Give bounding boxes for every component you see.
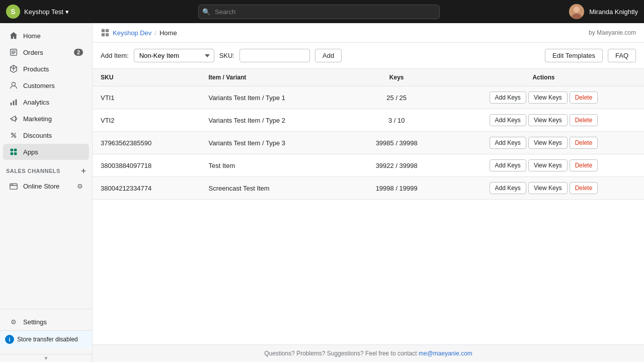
store-transfer-notice: i Store transfer disabled	[0, 330, 92, 348]
products-icon	[9, 64, 18, 73]
online-store-settings-icon[interactable]: ⚙	[77, 183, 83, 190]
breadcrumb-store-link[interactable]: Keyshop Dev	[113, 29, 151, 37]
delete-button[interactable]: Delete	[570, 182, 598, 194]
table-row: 38004212334774 Screencast Test Item 1999…	[93, 177, 644, 200]
cell-actions: Add Keys View Keys Delete	[443, 177, 644, 200]
cell-actions: Add Keys View Keys Delete	[443, 86, 644, 109]
sidebar-analytics-label: Analytics	[23, 99, 83, 106]
search-icon: 🔍	[202, 8, 210, 16]
col-header-actions: Actions	[443, 69, 644, 86]
cell-sku: 37963562385590	[93, 132, 201, 154]
customers-icon	[9, 81, 18, 90]
cell-item: Variants Test Item / Type 2	[201, 109, 350, 132]
delete-button[interactable]: Delete	[570, 92, 598, 104]
svg-rect-6	[13, 101, 15, 105]
cell-keys: 3 / 10	[350, 109, 443, 132]
col-header-item: Item / Variant	[201, 69, 350, 86]
shopify-logo: S	[6, 5, 20, 19]
cell-item: Screencast Test Item	[201, 177, 350, 200]
table-row: 37963562385590 Variants Test Item / Type…	[93, 132, 644, 154]
svg-point-15	[11, 184, 12, 185]
sidebar-orders-label: Orders	[23, 49, 69, 56]
online-store-left: Online Store	[9, 182, 59, 191]
svg-rect-10	[11, 149, 13, 151]
table-row: 38003884097718 Test Item 39922 / 39998 A…	[93, 154, 644, 177]
orders-badge: 2	[74, 49, 83, 56]
sidebar-item-home[interactable]: Home	[3, 28, 89, 44]
footer-email-link[interactable]: me@maeyanie.com	[419, 350, 472, 357]
cell-keys: 19998 / 19999	[350, 177, 443, 200]
user-avatar	[569, 4, 584, 19]
store-name-label: Keyshop Test	[24, 8, 63, 16]
analytics-icon	[9, 98, 18, 107]
edit-templates-button[interactable]: Edit Templates	[545, 49, 603, 62]
add-keys-button[interactable]: Add Keys	[490, 137, 526, 149]
view-keys-button[interactable]: View Keys	[528, 114, 568, 126]
sidebar-home-label: Home	[23, 32, 83, 40]
sidebar-item-discounts[interactable]: Discounts	[3, 127, 89, 143]
svg-rect-11	[14, 149, 17, 151]
sidebar-discounts-label: Discounts	[23, 132, 83, 139]
store-name-chevron-icon: ▾	[65, 8, 69, 16]
item-type-select[interactable]: Non-Key Item	[134, 49, 214, 62]
sidebar-item-customers[interactable]: Customers	[3, 77, 89, 94]
content-area: Keyshop Dev / Home by Maeyanie.com Add I…	[93, 23, 644, 362]
breadcrumb: Keyshop Dev / Home	[101, 28, 177, 37]
add-keys-button[interactable]: Add Keys	[490, 114, 526, 126]
table-row: VTI1 Variants Test Item / Type 1 25 / 25…	[93, 86, 644, 109]
delete-button[interactable]: Delete	[570, 159, 598, 171]
view-keys-button[interactable]: View Keys	[528, 159, 568, 171]
sales-channels-add-icon[interactable]: +	[81, 166, 86, 175]
sidebar-bottom: ⚙ Settings i Store transfer disabled	[0, 309, 92, 354]
svg-point-4	[12, 82, 15, 86]
user-name-label: Miranda Knightly	[589, 8, 638, 16]
sidebar-item-settings[interactable]: ⚙ Settings	[3, 314, 89, 330]
store-name-button[interactable]: Keyshop Test ▾	[24, 8, 69, 16]
delete-button[interactable]: Delete	[570, 137, 598, 149]
cell-item: Test Item	[201, 154, 350, 177]
topbar-right: Miranda Knightly	[569, 4, 638, 19]
cell-item: Variants Test Item / Type 3	[201, 132, 350, 154]
page-footer: Questions? Problems? Suggestions? Feel f…	[93, 344, 644, 362]
svg-rect-20	[106, 33, 109, 36]
cell-keys: 25 / 25	[350, 86, 443, 109]
svg-rect-19	[102, 33, 105, 36]
sidebar-item-products[interactable]: Products	[3, 61, 89, 77]
footer-text: Questions? Problems? Suggestions? Feel f…	[264, 350, 419, 357]
sidebar-nav: Home Orders 2 Products Customers	[0, 23, 92, 309]
main-layout: Home Orders 2 Products Customers	[0, 23, 644, 362]
view-keys-button[interactable]: View Keys	[528, 92, 568, 104]
view-keys-button[interactable]: View Keys	[528, 137, 568, 149]
view-keys-button[interactable]: View Keys	[528, 182, 568, 194]
sku-input[interactable]	[239, 49, 310, 62]
search-input[interactable]	[198, 5, 440, 19]
cell-keys: 39985 / 39998	[350, 132, 443, 154]
col-header-keys: Keys	[350, 69, 443, 86]
online-store-label: Online Store	[23, 183, 59, 190]
sidebar: Home Orders 2 Products Customers	[0, 23, 93, 362]
main-content: Add Item: Non-Key Item SKU: Add Edit Tem…	[93, 43, 644, 344]
svg-rect-7	[16, 100, 17, 106]
col-header-sku: SKU	[93, 69, 201, 86]
sidebar-item-apps[interactable]: Apps	[3, 144, 89, 160]
cell-sku: 38003884097718	[93, 154, 201, 177]
sidebar-item-online-store[interactable]: Online Store ⚙	[3, 178, 89, 194]
cell-sku: 38004212334774	[93, 177, 201, 200]
add-keys-button[interactable]: Add Keys	[490, 92, 526, 104]
cell-actions: Add Keys View Keys Delete	[443, 132, 644, 154]
settings-icon: ⚙	[9, 317, 18, 326]
add-keys-button[interactable]: Add Keys	[490, 182, 526, 194]
delete-button[interactable]: Delete	[570, 114, 598, 126]
add-keys-button[interactable]: Add Keys	[490, 159, 526, 171]
discounts-icon	[9, 131, 18, 140]
sidebar-item-marketing[interactable]: Marketing	[3, 111, 89, 127]
online-store-icon	[9, 182, 18, 191]
topbar: S Keyshop Test ▾ 🔍 Miranda Knightly	[0, 0, 644, 23]
breadcrumb-app-icon	[101, 28, 110, 37]
cell-keys: 39922 / 39998	[350, 154, 443, 177]
sidebar-item-orders[interactable]: Orders 2	[3, 44, 89, 60]
sidebar-item-analytics[interactable]: Analytics	[3, 94, 89, 110]
faq-button[interactable]: FAQ	[608, 49, 636, 62]
add-item-button[interactable]: Add	[315, 49, 342, 62]
sidebar-marketing-label: Marketing	[23, 115, 83, 123]
